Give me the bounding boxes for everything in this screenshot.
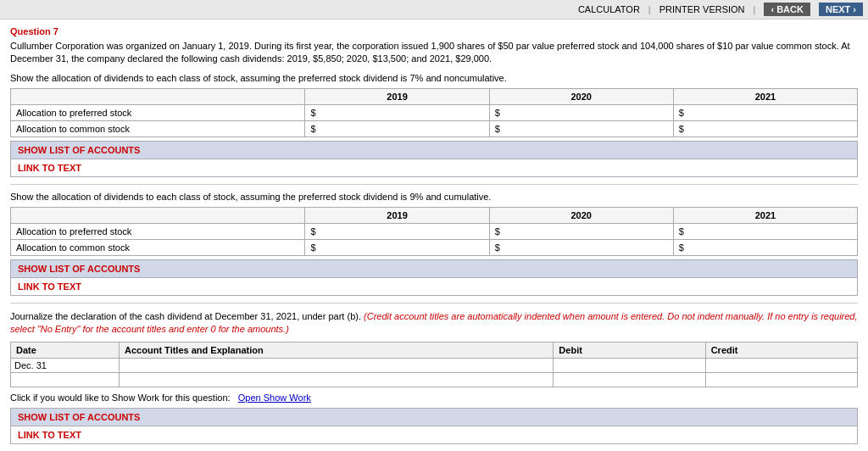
journal-row-1: Dec. 31 [11, 358, 858, 372]
common-2021-b-input[interactable] [687, 242, 754, 253]
journal-header-row: Date Account Titles and Explanation Debi… [11, 342, 858, 358]
back-button[interactable]: ‹ BACK [764, 3, 810, 16]
journal-instruction-plain: Journalize the declaration of the cash d… [10, 311, 361, 321]
journal-account-header: Account Titles and Explanation [120, 342, 554, 358]
preferred-2020-b-input[interactable] [503, 226, 570, 237]
show-list-accounts-bar-b: SHOW LIST OF ACCOUNTS [10, 259, 858, 278]
printer-version-link[interactable]: PRINTER VERSION [659, 4, 745, 14]
link-to-text-bar-c: LINK TO TEXT [10, 426, 858, 444]
section-b-instruction: Show the allocation of dividends to each… [10, 192, 858, 202]
common-row-a: Allocation to common stock $ $ $ [11, 120, 858, 136]
journal-debit-2-input[interactable] [557, 375, 687, 385]
show-work-label: Click if you would like to Show Work for… [10, 393, 231, 403]
journal-date-header: Date [11, 342, 120, 358]
preferred-2020-a-input[interactable] [503, 108, 570, 118]
journal-debit-1-input[interactable] [557, 360, 687, 370]
main-content: Question 7 Cullumber Corporation was org… [0, 19, 868, 451]
common-label-a: Allocation to common stock [11, 120, 305, 136]
journal-credit-1-input[interactable] [709, 360, 839, 370]
top-navigation-bar: CALCULATOR | PRINTER VERSION | ‹ BACK NE… [0, 0, 868, 19]
common-row-b: Allocation to common stock $ $ $ [11, 239, 858, 255]
link-to-text-b[interactable]: LINK TO TEXT [18, 281, 81, 292]
section-divider-bc [10, 303, 858, 303]
preferred-row-b: Allocation to preferred stock $ $ $ [11, 223, 858, 239]
next-button[interactable]: NEXT › [819, 3, 863, 16]
col-2019-a: 2019 [305, 88, 489, 104]
section-c: Journalize the declaration of the cash d… [10, 310, 858, 444]
preferred-row-a: Allocation to preferred stock $ $ $ [11, 104, 858, 120]
question-title: Question 7 [10, 26, 858, 36]
section-a: Show the allocation of dividends to each… [10, 73, 858, 177]
common-2021-a-input[interactable] [687, 124, 754, 134]
preferred-label-b: Allocation to preferred stock [11, 223, 305, 239]
common-2019-a-input[interactable] [319, 124, 387, 134]
journal-row-2 [11, 372, 858, 387]
link-to-text-bar-b: LINK TO TEXT [10, 278, 858, 296]
link-to-text-bar-a: LINK TO TEXT [10, 159, 858, 177]
col-2019-b: 2019 [305, 207, 489, 223]
show-list-accounts-bar-a: SHOW LIST OF ACCOUNTS [10, 141, 858, 159]
section-a-table: 2019 2020 2021 Allocation to preferred s… [10, 88, 858, 137]
section-a-instruction: Show the allocation of dividends to each… [10, 73, 858, 83]
preferred-2019-a-input[interactable] [319, 108, 387, 118]
calculator-link[interactable]: CALCULATOR [578, 4, 640, 14]
common-2020-a-input[interactable] [503, 124, 570, 134]
col-2021-a: 2021 [673, 88, 857, 104]
col-2020-b: 2020 [489, 207, 673, 223]
question-body: Cullumber Corporation was organized on J… [10, 40, 858, 66]
col-empty-b [11, 207, 305, 223]
journal-credit-header: Credit [705, 342, 857, 358]
preferred-2021-a-input[interactable] [687, 108, 754, 118]
section-divider-ab [10, 184, 858, 185]
col-empty [11, 88, 305, 104]
col-2021-b: 2021 [673, 207, 857, 223]
preferred-2021-b-input[interactable] [687, 226, 754, 237]
common-label-b: Allocation to common stock [11, 239, 305, 255]
preferred-2019-b-input[interactable] [319, 226, 387, 237]
preferred-label-a: Allocation to preferred stock [11, 104, 305, 120]
show-list-accounts-link-b[interactable]: SHOW LIST OF ACCOUNTS [18, 264, 140, 274]
journal-credit-2-input[interactable] [709, 375, 839, 385]
show-list-accounts-bar-c: SHOW LIST OF ACCOUNTS [10, 408, 858, 426]
journal-debit-header: Debit [554, 342, 705, 358]
open-show-work-link[interactable]: Open Show Work [238, 393, 311, 403]
journal-instruction: Journalize the declaration of the cash d… [10, 310, 858, 337]
journal-entry-table: Date Account Titles and Explanation Debi… [10, 342, 858, 387]
link-to-text-a[interactable]: LINK TO TEXT [18, 163, 81, 173]
show-work-section: Click if you would like to Show Work for… [10, 393, 858, 403]
common-2020-b-input[interactable] [503, 242, 570, 253]
show-list-accounts-link-c[interactable]: SHOW LIST OF ACCOUNTS [18, 412, 140, 422]
journal-date-cell: Dec. 31 [11, 358, 120, 372]
journal-account-1-input[interactable] [123, 360, 528, 370]
journal-account-2-input[interactable] [123, 375, 528, 385]
common-2019-b-input[interactable] [319, 242, 387, 253]
show-list-accounts-link-a[interactable]: SHOW LIST OF ACCOUNTS [18, 145, 140, 155]
section-b-table: 2019 2020 2021 Allocation to preferred s… [10, 207, 858, 256]
col-2020-a: 2020 [489, 88, 673, 104]
section-b: Show the allocation of dividends to each… [10, 192, 858, 296]
link-to-text-c[interactable]: LINK TO TEXT [18, 430, 81, 440]
